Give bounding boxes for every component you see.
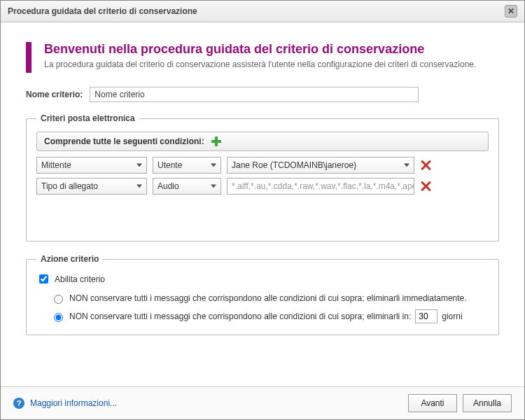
action-radio-immediate[interactable] xyxy=(54,295,63,304)
action-option-1: NON conservare tutti i messaggi che corr… xyxy=(50,293,489,304)
dialog-content: Benvenuti nella procedura guidata del cr… xyxy=(1,22,524,386)
remove-condition-icon[interactable] xyxy=(420,181,431,192)
retention-policy-wizard-dialog: Procedura guidata del criterio di conser… xyxy=(0,0,525,420)
condition-field-select[interactable]: Mittente xyxy=(36,157,147,174)
criterion-name-input[interactable] xyxy=(90,87,419,102)
criterion-name-row: Nome criterio: xyxy=(26,87,499,102)
condition-row: Mittente Utente Jane Roe (TCDOMAINB\jane… xyxy=(36,157,489,174)
welcome-subtext: La procedura guidata del criterio di con… xyxy=(44,59,476,69)
titlebar: Procedura guidata del criterio di conser… xyxy=(1,1,524,22)
cancel-button[interactable]: Annulla xyxy=(463,394,512,412)
condition-field-value: Mittente xyxy=(41,160,71,170)
close-icon: ✕ xyxy=(507,6,514,16)
action-option-2: NON conservare tutti i messaggi che corr… xyxy=(50,309,489,323)
welcome-text: Benvenuti nella procedura guidata del cr… xyxy=(44,42,476,73)
condition-field-value: Tipo di allegato xyxy=(41,181,98,191)
condition-operator-select[interactable]: Utente xyxy=(153,157,221,174)
condition-row: Tipo di allegato Audio *.aiff,*.au,*.cdd… xyxy=(36,178,489,195)
condition-value-placeholder: *.aiff,*.au,*.cdda,*.raw,*.wav,*.flac,*.… xyxy=(232,181,414,191)
condition-value-select[interactable]: Jane Roe (TCDOMAINB\janeroe) xyxy=(227,157,414,174)
enable-criterion-checkbox[interactable] xyxy=(39,274,48,284)
email-criteria-legend: Criteri posta elettronica xyxy=(36,113,139,123)
welcome-block: Benvenuti nella procedura guidata del cr… xyxy=(26,42,499,73)
help-icon[interactable]: ? xyxy=(13,398,24,409)
condition-field-select[interactable]: Tipo di allegato xyxy=(36,178,147,195)
enable-criterion-row: Abilita criterio xyxy=(36,272,489,286)
email-criteria-fieldset: Criteri posta elettronica Comprende tutt… xyxy=(26,113,499,241)
criterion-name-label: Nome criterio: xyxy=(26,90,83,99)
more-info-link[interactable]: Maggiori informazioni... xyxy=(30,398,117,408)
next-button[interactable]: Avanti xyxy=(408,394,457,412)
days-input[interactable] xyxy=(415,309,438,323)
action-legend: Azione criterio xyxy=(36,254,103,264)
footer-buttons: Avanti Annulla xyxy=(408,394,512,412)
action-option-1-label: NON conservare tutti i messaggi che corr… xyxy=(69,293,467,303)
conditions-header[interactable]: Comprende tutte le seguenti condizioni: xyxy=(36,132,489,151)
criteria-body: Comprende tutte le seguenti condizioni: … xyxy=(36,132,489,230)
action-option-2-prefix: NON conservare tutti i messaggi che corr… xyxy=(69,312,411,321)
condition-operator-value: Utente xyxy=(158,160,182,170)
close-button[interactable]: ✕ xyxy=(505,5,517,18)
condition-operator-select[interactable]: Audio xyxy=(153,178,221,195)
condition-value-text: Jane Roe (TCDOMAINB\janeroe) xyxy=(232,160,356,170)
action-option-2-suffix: giorni xyxy=(442,312,462,321)
accent-bar xyxy=(26,42,31,73)
remove-condition-icon[interactable] xyxy=(420,160,431,171)
conditions-header-label: Comprende tutte le seguenti condizioni: xyxy=(44,136,204,146)
enable-criterion-label: Abilita criterio xyxy=(55,274,105,284)
dialog-footer: ? Maggiori informazioni... Avanti Annull… xyxy=(1,386,524,419)
add-condition-icon[interactable] xyxy=(211,136,221,146)
welcome-heading: Benvenuti nella procedura guidata del cr… xyxy=(44,42,476,57)
dialog-title: Procedura guidata del criterio di conser… xyxy=(8,6,197,16)
action-fieldset: Azione criterio Abilita criterio NON con… xyxy=(26,254,499,335)
condition-value-textbox[interactable]: *.aiff,*.au,*.cdda,*.raw,*.wav,*.flac,*.… xyxy=(227,178,414,195)
action-radio-delay[interactable] xyxy=(54,313,63,322)
condition-operator-value: Audio xyxy=(158,181,179,191)
